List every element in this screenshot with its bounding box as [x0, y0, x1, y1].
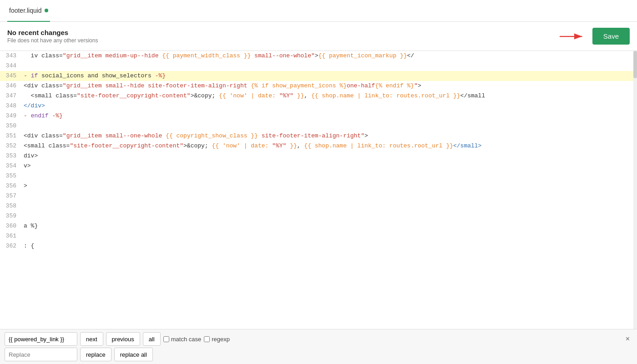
all-button[interactable]: all: [143, 332, 161, 346]
header-right: Save: [560, 28, 630, 45]
line-content: [22, 171, 637, 181]
line-content: <div class="grid__item small--one-whole …: [22, 131, 637, 141]
table-row: 343 iv class="grid__item medium-up--hide…: [0, 51, 637, 61]
line-number: 343: [0, 51, 22, 61]
table-row: 353div>: [0, 151, 637, 161]
table-row: 361: [0, 231, 637, 241]
line-content: <small class="site-footer__copyright-con…: [22, 91, 637, 101]
line-content: [22, 191, 637, 201]
tab-footer-liquid[interactable]: footer.liquid: [7, 0, 50, 22]
table-row: 358: [0, 201, 637, 211]
match-case-checkbox[interactable]: [163, 336, 169, 342]
line-number: 358: [0, 201, 22, 211]
line-content: [22, 61, 637, 71]
line-number: 351: [0, 131, 22, 141]
line-content: [22, 201, 637, 211]
scrollbar-track[interactable]: [633, 51, 637, 329]
line-number: 353: [0, 151, 22, 161]
line-number: 347: [0, 91, 22, 101]
header-bar: No recent changes File does not have any…: [0, 22, 637, 51]
no-recent-changes-title: No recent changes: [7, 29, 98, 36]
line-content: - endif -%}: [22, 111, 637, 121]
header-subtitle: File does not have any other versions: [7, 37, 98, 44]
line-number: 354: [0, 161, 22, 171]
replace-button[interactable]: replace: [80, 348, 111, 361]
table-row: 354v>: [0, 161, 637, 171]
line-number: 350: [0, 121, 22, 131]
table-row: 362: {: [0, 241, 637, 251]
regexp-checkbox[interactable]: [204, 336, 210, 342]
find-row: next previous all match case regexp ×: [5, 332, 632, 346]
line-number: 359: [0, 211, 22, 221]
line-number: 360: [0, 221, 22, 231]
table-row: 345- if social_icons and show_selectors …: [0, 71, 637, 81]
line-number: 346: [0, 81, 22, 91]
find-replace-bar: next previous all match case regexp × re…: [0, 329, 637, 364]
table-row: 355: [0, 171, 637, 181]
table-row: 357: [0, 191, 637, 201]
line-content: <small class="site-footer__copyright-con…: [22, 141, 637, 151]
line-content: - if social_icons and show_selectors -%}: [22, 71, 637, 81]
table-row: 344: [0, 61, 637, 71]
line-number: 345: [0, 71, 22, 81]
previous-button[interactable]: previous: [106, 332, 140, 346]
line-number: 349: [0, 111, 22, 121]
line-number: 348: [0, 101, 22, 111]
arrow-indicator: [560, 29, 587, 44]
table-row: 349- endif -%}: [0, 111, 637, 121]
arrow-icon: [560, 29, 587, 44]
table-row: 360a %}: [0, 221, 637, 231]
line-content: <div class="grid__item small--hide site-…: [22, 81, 637, 91]
replace-row: replace replace all: [5, 348, 632, 361]
regexp-label[interactable]: regexp: [204, 336, 230, 343]
line-content: : {: [22, 241, 637, 251]
header-info: No recent changes File does not have any…: [7, 29, 98, 44]
search-input[interactable]: [5, 332, 77, 346]
line-content: </div>: [22, 101, 637, 111]
replace-all-button[interactable]: replace all: [114, 348, 153, 361]
line-content: a %}: [22, 221, 637, 231]
table-row: 346<div class="grid__item small--hide si…: [0, 81, 637, 91]
tab-bar: footer.liquid: [0, 0, 637, 22]
table-row: 356>: [0, 181, 637, 191]
table-row: 347 <small class="site-footer__copyright…: [0, 91, 637, 101]
close-find-replace-button[interactable]: ×: [623, 334, 632, 344]
line-content: div>: [22, 151, 637, 161]
scrollbar-thumb[interactable]: [633, 51, 637, 78]
line-content: v>: [22, 161, 637, 171]
line-number: 357: [0, 191, 22, 201]
table-row: 359: [0, 211, 637, 221]
save-button[interactable]: Save: [592, 28, 630, 45]
match-case-label[interactable]: match case: [163, 336, 201, 343]
line-number: 361: [0, 231, 22, 241]
tab-label: footer.liquid: [9, 7, 42, 14]
line-number: 352: [0, 141, 22, 151]
table-row: 352<small class="site-footer__copyright-…: [0, 141, 637, 151]
line-content: >: [22, 181, 637, 191]
line-number: 362: [0, 241, 22, 251]
table-row: 351<div class="grid__item small--one-who…: [0, 131, 637, 141]
line-content: [22, 121, 637, 131]
code-editor[interactable]: 343 iv class="grid__item medium-up--hide…: [0, 51, 637, 329]
line-number: 356: [0, 181, 22, 191]
tab-modified-dot: [45, 9, 48, 12]
line-content: [22, 231, 637, 241]
next-button[interactable]: next: [80, 332, 103, 346]
replace-input[interactable]: [5, 348, 77, 361]
line-content: iv class="grid__item medium-up--hide {{ …: [22, 51, 637, 61]
line-content: [22, 211, 637, 221]
line-number: 355: [0, 171, 22, 181]
table-row: 348</div>: [0, 101, 637, 111]
line-number: 344: [0, 61, 22, 71]
table-row: 350: [0, 121, 637, 131]
editor-area: 343 iv class="grid__item medium-up--hide…: [0, 51, 637, 329]
